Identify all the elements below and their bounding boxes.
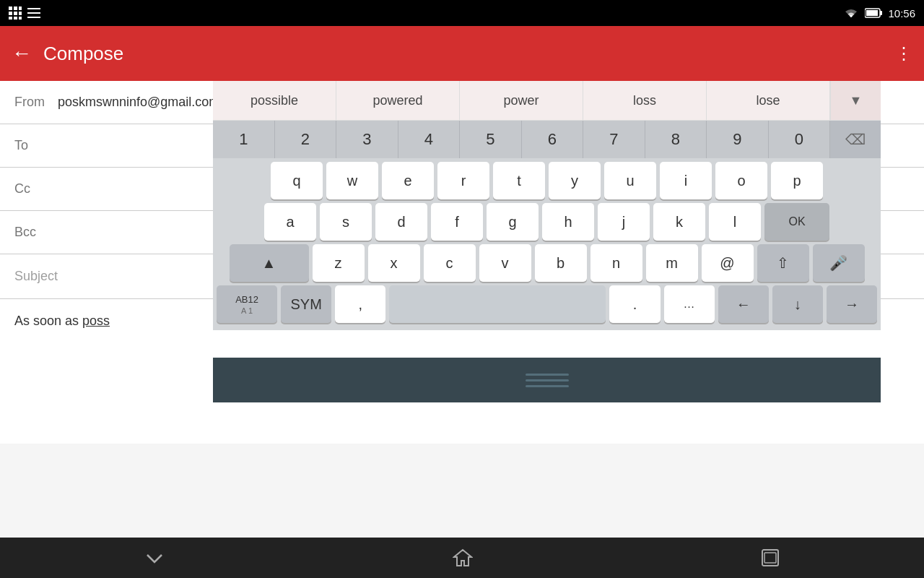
battery-icon <box>865 8 882 18</box>
key-6[interactable]: 6 <box>522 121 584 158</box>
kb-row-2: a s d f g h j k l OK <box>217 203 877 241</box>
menu-icon <box>27 8 40 18</box>
key-5[interactable]: 5 <box>460 121 522 158</box>
grid-icon <box>9 7 22 20</box>
key-x[interactable]: x <box>368 244 420 282</box>
svg-rect-7 <box>14 17 17 20</box>
suggestion-possible[interactable]: possible <box>213 81 336 120</box>
keyboard-toolbar <box>213 358 881 402</box>
svg-rect-5 <box>19 12 22 15</box>
backspace-key[interactable]: ⌫ <box>830 121 881 158</box>
keyboard-main: q w e r t y u i o p a s d f g h j k l OK… <box>213 158 881 330</box>
key-i[interactable]: i <box>660 162 712 199</box>
suggestions-expand-arrow[interactable]: ▼ <box>830 81 881 120</box>
key-8[interactable]: 8 <box>645 121 707 158</box>
ab12-key[interactable]: AB12 A 1 <box>217 285 277 323</box>
status-left <box>9 7 40 20</box>
key-k[interactable]: k <box>653 203 705 241</box>
svg-rect-0 <box>9 7 12 10</box>
app-bar: ← Compose ⋮ <box>0 26 924 81</box>
arrow-left-key[interactable]: ← <box>718 285 769 323</box>
key-e[interactable]: e <box>382 162 434 199</box>
toolbar-line-2 <box>526 379 569 381</box>
keyboard-overlay: possible powered power loss lose ▼ 1 2 3… <box>0 81 924 578</box>
arrow-down-key[interactable]: ↓ <box>772 285 823 323</box>
key-7[interactable]: 7 <box>583 121 645 158</box>
svg-rect-3 <box>9 12 12 15</box>
key-l[interactable]: l <box>709 203 761 241</box>
arrow-right-key[interactable]: → <box>827 285 877 323</box>
svg-rect-13 <box>866 10 878 16</box>
suggestion-loss[interactable]: loss <box>583 81 707 120</box>
toolbar-line-1 <box>526 374 569 376</box>
svg-rect-2 <box>19 7 22 10</box>
svg-rect-11 <box>27 17 40 18</box>
sym-key[interactable]: SYM <box>281 285 331 323</box>
key-h[interactable]: h <box>542 203 594 241</box>
key-f[interactable]: f <box>431 203 483 241</box>
key-a[interactable]: a <box>264 203 316 241</box>
a1-label: A 1 <box>241 306 253 315</box>
svg-rect-14 <box>880 11 882 15</box>
key-n[interactable]: n <box>590 244 642 282</box>
svg-rect-10 <box>27 12 40 14</box>
more-button[interactable]: ⋮ <box>895 43 912 64</box>
time-display: 10:56 <box>888 7 915 20</box>
mic-key[interactable]: 🎤 <box>813 244 865 282</box>
key-s[interactable]: s <box>320 203 372 241</box>
shift-right-key[interactable]: ⇧ <box>757 244 809 282</box>
svg-rect-4 <box>14 12 17 15</box>
key-w[interactable]: w <box>326 162 378 199</box>
key-m[interactable]: m <box>646 244 698 282</box>
comma-key[interactable]: , <box>335 285 385 323</box>
kb-row-bottom: AB12 A 1 SYM , . … ← ↓ → <box>217 285 877 323</box>
suggestion-power[interactable]: power <box>460 81 583 120</box>
ellipsis-key[interactable]: … <box>664 285 715 323</box>
svg-rect-1 <box>14 7 17 10</box>
back-button[interactable]: ← <box>12 42 32 65</box>
key-at[interactable]: @ <box>702 244 754 282</box>
kb-row-1: q w e r t y u i o p <box>217 162 877 199</box>
ok-key[interactable]: OK <box>764 203 829 241</box>
kb-row-3: ▲ z x c v b n m @ ⇧ 🎤 <box>217 244 877 282</box>
period-key[interactable]: . <box>609 285 660 323</box>
key-0[interactable]: 0 <box>769 121 831 158</box>
key-c[interactable]: c <box>424 244 476 282</box>
key-z[interactable]: z <box>313 244 365 282</box>
app-title: Compose <box>43 43 884 65</box>
suggestions-bar: possible powered power loss lose ▼ <box>213 81 881 121</box>
key-u[interactable]: u <box>604 162 656 199</box>
key-t[interactable]: t <box>493 162 545 199</box>
key-2[interactable]: 2 <box>275 121 337 158</box>
suggestion-powered[interactable]: powered <box>336 81 460 120</box>
key-o[interactable]: o <box>715 162 767 199</box>
status-bar: 10:56 <box>0 0 924 26</box>
key-y[interactable]: y <box>549 162 601 199</box>
spacebar-key[interactable] <box>389 285 606 323</box>
key-g[interactable]: g <box>487 203 539 241</box>
key-j[interactable]: j <box>598 203 650 241</box>
svg-rect-9 <box>27 8 40 9</box>
key-3[interactable]: 3 <box>336 121 398 158</box>
key-r[interactable]: r <box>437 162 489 199</box>
key-v[interactable]: v <box>479 244 531 282</box>
toolbar-line-3 <box>526 385 569 387</box>
toolbar-handle <box>526 374 569 387</box>
status-right: 10:56 <box>843 7 915 20</box>
key-p[interactable]: p <box>771 162 823 199</box>
svg-rect-8 <box>19 17 22 20</box>
key-1[interactable]: 1 <box>213 121 275 158</box>
key-d[interactable]: d <box>375 203 427 241</box>
key-b[interactable]: b <box>535 244 587 282</box>
suggestion-lose[interactable]: lose <box>707 81 830 120</box>
svg-rect-6 <box>9 17 12 20</box>
key-4[interactable]: 4 <box>398 121 461 158</box>
wifi-icon <box>843 7 859 19</box>
key-9[interactable]: 9 <box>707 121 769 158</box>
ab12-label: AB12 <box>235 294 258 305</box>
numbers-row: 1 2 3 4 5 6 7 8 9 0 ⌫ <box>213 121 881 158</box>
key-q[interactable]: q <box>271 162 323 199</box>
shift-key[interactable]: ▲ <box>230 244 309 282</box>
